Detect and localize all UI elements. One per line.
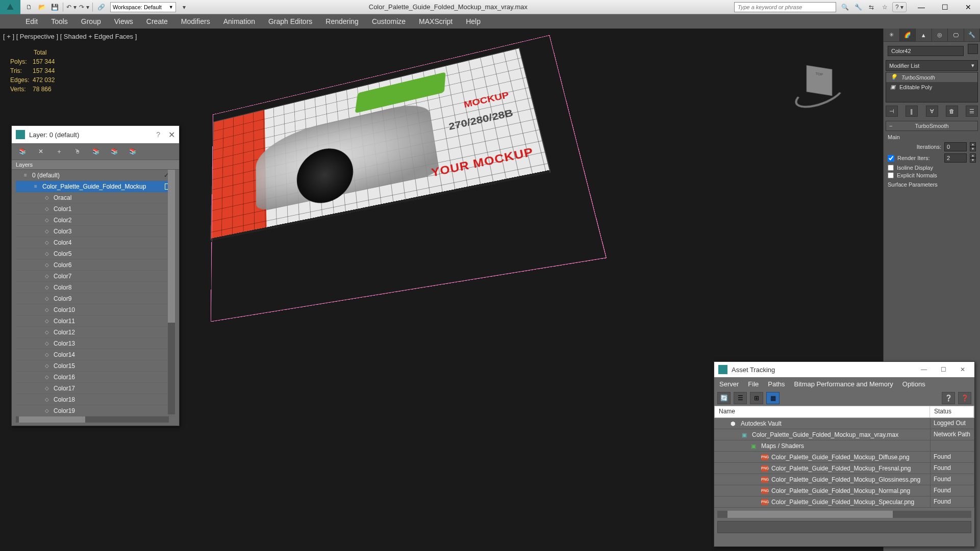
- menu-maxscript[interactable]: MAXScript: [419, 17, 453, 25]
- tab-modify[interactable]: 🌈: [900, 29, 916, 41]
- render-iters-checkbox[interactable]: [888, 155, 894, 162]
- refresh-icon[interactable]: 🔄: [717, 392, 731, 404]
- asset-row[interactable]: ▣Maps / Shaders: [714, 440, 974, 452]
- list-view-icon[interactable]: ☰: [734, 392, 747, 404]
- asset-menu-options[interactable]: Options: [902, 380, 925, 388]
- pin-stack-icon[interactable]: ⊣: [886, 106, 898, 117]
- iterations-spinner[interactable]: 0: [944, 142, 967, 151]
- search-box[interactable]: [734, 2, 836, 12]
- menu-create[interactable]: Create: [146, 17, 168, 25]
- menu-modifiers[interactable]: Modifiers: [181, 17, 210, 25]
- help-icon[interactable]: ? ▾: [892, 2, 907, 12]
- tab-create[interactable]: ✳: [884, 29, 900, 41]
- view-cube[interactable]: TOP: [791, 59, 847, 115]
- asset-row[interactable]: PNGColor_Palette_Guide_Folded_Mockup_Dif…: [714, 452, 974, 463]
- col-name[interactable]: Name: [715, 406, 930, 417]
- search-input[interactable]: [734, 2, 836, 12]
- asset-menu-paths[interactable]: Paths: [768, 380, 785, 388]
- remove-mod-icon[interactable]: 🗑: [946, 106, 958, 117]
- modifier-list-dropdown[interactable]: Modifier List ▾: [886, 60, 978, 71]
- tab-motion[interactable]: ◎: [932, 29, 948, 41]
- tab-display[interactable]: 🖵: [948, 29, 964, 41]
- unique-icon[interactable]: ∀: [926, 106, 938, 117]
- stack-item-turbosmooth[interactable]: 💡TurboSmooth: [886, 72, 977, 82]
- new-layer-icon[interactable]: 📚: [17, 146, 28, 157]
- layer-panel-help-icon[interactable]: ?: [156, 130, 160, 139]
- object-color-swatch[interactable]: [968, 44, 978, 54]
- layer-row[interactable]: ◇Color13: [16, 338, 175, 349]
- menu-views[interactable]: Views: [114, 17, 133, 25]
- open-file-icon[interactable]: 📂: [36, 2, 47, 12]
- tab-hierarchy[interactable]: ▲: [916, 29, 932, 41]
- asset-row[interactable]: PNGColor_Palette_Guide_Folded_Mockup_Nor…: [714, 485, 974, 496]
- freeze-layer-icon[interactable]: 📚: [127, 146, 138, 157]
- asset-row[interactable]: PNGColor_Palette_Guide_Folded_Mockup_Spe…: [714, 496, 974, 508]
- layer-row[interactable]: ◇Color1: [16, 203, 175, 215]
- layer-h-scrollbar[interactable]: [16, 416, 169, 423]
- asset-row[interactable]: ⬢Autodesk VaultLogged Out: [714, 418, 974, 429]
- layer-row[interactable]: ◇Color10: [16, 304, 175, 316]
- minimize-button[interactable]: —: [910, 0, 933, 14]
- show-end-icon[interactable]: ‖: [906, 106, 918, 117]
- col-status[interactable]: Status: [930, 406, 974, 417]
- layer-row[interactable]: ◇Color4: [16, 237, 175, 248]
- layer-row[interactable]: ◇Color19: [16, 405, 175, 416]
- layer-row[interactable]: ◇Color7: [16, 271, 175, 282]
- layer-row[interactable]: ◇Color9: [16, 293, 175, 304]
- undo-icon[interactable]: ↶ ▾: [66, 2, 77, 12]
- iterations-spin-arrows[interactable]: ▲▼: [970, 142, 976, 151]
- exchange-icon[interactable]: ⇆: [866, 2, 877, 12]
- asset-info-icon[interactable]: ❓: [958, 392, 971, 404]
- menu-graph-editors[interactable]: Graph Editors: [268, 17, 312, 25]
- star-icon[interactable]: ☆: [879, 2, 890, 12]
- delete-layer-icon[interactable]: ✕: [35, 146, 46, 157]
- menu-edit[interactable]: Edit: [26, 17, 38, 25]
- layer-row[interactable]: ◇Color16: [16, 372, 175, 383]
- layer-row[interactable]: ◇Color18: [16, 394, 175, 405]
- highlight-layer-icon[interactable]: 📚: [90, 146, 102, 157]
- close-button[interactable]: ✕: [957, 0, 980, 14]
- menu-tools[interactable]: Tools: [51, 17, 68, 25]
- binoculars-icon[interactable]: 🔍: [839, 2, 850, 12]
- layer-panel-titlebar[interactable]: Layer: 0 (default) ? ✕: [12, 126, 179, 143]
- asset-rows[interactable]: ⬢Autodesk VaultLogged Out▣Color_Palette_…: [714, 418, 974, 508]
- layer-row[interactable]: ≡0 (default): [16, 170, 175, 181]
- select-layer-icon[interactable]: 🖱: [72, 146, 83, 157]
- modifier-stack[interactable]: 💡TurboSmooth ▣Editable Poly: [886, 72, 978, 102]
- layer-row[interactable]: ≡Color_Palette_Guide_Folded_Mockup: [16, 181, 175, 192]
- asset-maximize-icon[interactable]: ☐: [936, 366, 951, 373]
- layer-row[interactable]: ◇Color2: [16, 215, 175, 226]
- asset-help-icon[interactable]: ❔: [942, 392, 955, 404]
- layer-row[interactable]: ◇Oracal: [16, 192, 175, 203]
- layer-row[interactable]: ◇Color3: [16, 226, 175, 237]
- explicit-checkbox[interactable]: [888, 172, 894, 178]
- layer-row[interactable]: ◇Color17: [16, 383, 175, 394]
- layer-row[interactable]: ◇Color5: [16, 248, 175, 259]
- wrench-icon[interactable]: 🔧: [852, 2, 864, 12]
- app-logo[interactable]: [0, 0, 20, 14]
- menu-help[interactable]: Help: [466, 17, 481, 25]
- viewport-mesh[interactable]: MOCKUP 270/280/28B YOUR MOCKUP: [209, 41, 606, 313]
- tree-view-icon[interactable]: ⊞: [750, 392, 763, 404]
- layer-v-scrollbar[interactable]: [168, 170, 175, 414]
- asset-close-icon[interactable]: ✕: [955, 366, 970, 373]
- layer-row[interactable]: ◇Color8: [16, 282, 175, 293]
- asset-row[interactable]: PNGColor_Palette_Guide_Folded_Mockup_Glo…: [714, 474, 974, 485]
- layer-row[interactable]: ◇Color14: [16, 349, 175, 360]
- asset-row[interactable]: PNGColor_Palette_Guide_Folded_Mockup_Fre…: [714, 463, 974, 474]
- viewport-label[interactable]: [ + ] [ Perspective ] [ Shaded + Edged F…: [3, 33, 137, 40]
- maximize-button[interactable]: ☐: [933, 0, 957, 14]
- layer-panel-close-icon[interactable]: ✕: [168, 130, 175, 140]
- menu-rendering[interactable]: Rendering: [325, 17, 359, 25]
- layer-row[interactable]: ◇Color6: [16, 259, 175, 271]
- asset-menu-file[interactable]: File: [748, 380, 759, 388]
- redo-icon[interactable]: ↷ ▾: [79, 2, 90, 12]
- menu-customize[interactable]: Customize: [372, 17, 406, 25]
- asset-row[interactable]: ▣Color_Palette_Guide_Folded_Mockup_max_v…: [714, 429, 974, 440]
- asset-menu-server[interactable]: Server: [719, 380, 739, 388]
- asset-menu-bitmap[interactable]: Bitmap Performance and Memory: [794, 380, 893, 388]
- layer-row[interactable]: ◇Color15: [16, 360, 175, 372]
- isoline-checkbox[interactable]: [888, 165, 894, 171]
- rollout-turbosmooth[interactable]: TurboSmooth: [886, 121, 978, 131]
- menu-group[interactable]: Group: [81, 17, 101, 25]
